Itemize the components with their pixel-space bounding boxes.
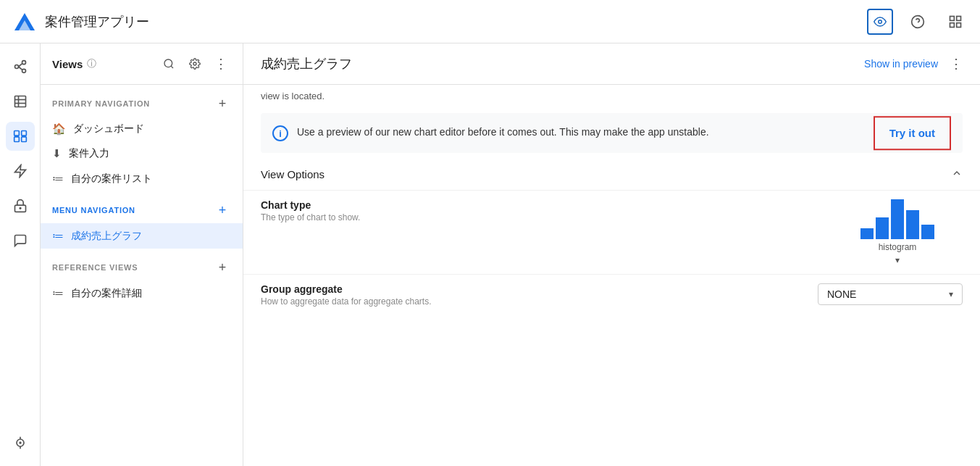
header-icons [867, 9, 968, 35]
svg-point-2 [879, 20, 882, 23]
sidebar-item-sales-chart-label: 成約売上グラフ [71, 230, 142, 243]
chart-type-label-col: Chart type The type of chart to show. [261, 199, 832, 222]
svg-point-11 [22, 69, 25, 72]
svg-rect-14 [14, 96, 25, 107]
info-banner-text: Use a preview of our new chart editor be… [297, 125, 951, 140]
svg-line-29 [171, 66, 173, 68]
sidebar: Views ⓘ ⋮ PRIMARY NAVI [41, 43, 243, 466]
svg-rect-7 [950, 22, 955, 27]
nav-views[interactable] [6, 122, 35, 151]
svg-rect-19 [21, 131, 26, 136]
view-options-collapse-button[interactable] [951, 167, 963, 181]
section-primary-navigation-add[interactable]: + [214, 95, 231, 112]
list-icon: ≔ [52, 172, 64, 186]
svg-rect-21 [21, 137, 26, 142]
info-banner: i Use a preview of our new chart editor … [261, 113, 963, 153]
chart-dropdown-arrow[interactable]: ▾ [895, 255, 900, 265]
svg-rect-5 [950, 16, 955, 20]
dashboard-icon: 🏠 [52, 122, 66, 136]
content-area: 成約売上グラフ Show in preview ⋮ view is locate… [243, 43, 980, 466]
help-button[interactable] [905, 9, 931, 35]
hist-bar-2 [876, 217, 889, 239]
app-title: 案件管理アプリー [45, 13, 149, 30]
svg-point-24 [20, 208, 21, 209]
view-options-title: View Options [261, 168, 951, 180]
svg-line-12 [18, 64, 22, 67]
select-dropdown-arrow: ▾ [949, 289, 953, 299]
chart-type-value: histogram [879, 242, 917, 252]
sidebar-item-sales-chart[interactable]: ≔ 成約売上グラフ [41, 223, 243, 249]
sidebar-item-dashboard-label: ダッシュボード [73, 122, 144, 136]
chart-icon: ≔ [52, 229, 64, 243]
logo-icon [12, 9, 38, 35]
nav-tips[interactable] [6, 428, 35, 457]
sidebar-more-button[interactable]: ⋮ [211, 54, 231, 74]
section-reference-views-add[interactable]: + [214, 259, 231, 276]
nav-comments[interactable] [6, 226, 35, 255]
nav-connections[interactable] [6, 52, 35, 81]
view-options-header: View Options [243, 153, 980, 190]
sidebar-item-input[interactable]: ⬇ 案件入力 [41, 141, 243, 166]
svg-rect-18 [14, 131, 19, 136]
logo-area: 案件管理アプリー [12, 9, 149, 35]
nav-tables[interactable] [6, 87, 35, 116]
nav-automations[interactable] [6, 157, 35, 186]
group-aggregate-desc: How to aggregate data for aggregate char… [261, 296, 818, 307]
histogram-chart [860, 199, 934, 239]
section-menu-navigation-add[interactable]: + [214, 201, 231, 219]
section-reference-views-header: REFERENCE VIEWS + [41, 249, 243, 280]
section-menu-navigation-label: MENU NAVIGATION [52, 206, 214, 215]
group-aggregate-control: NONE ▾ [818, 283, 963, 305]
group-aggregate-row: Group aggregate How to aggregate data fo… [243, 274, 980, 315]
section-primary-navigation-header: PRIMARY NAVIGATION + [41, 85, 243, 117]
content-more-button[interactable]: ⋮ [950, 56, 963, 72]
sidebar-item-case-detail-label: 自分の案件詳細 [71, 287, 142, 300]
sidebar-item-input-label: 案件入力 [69, 147, 109, 160]
content-body: view is located. i Use a preview of our … [243, 85, 980, 466]
sidebar-actions: ⋮ [159, 54, 231, 74]
sidebar-item-dashboard[interactable]: 🏠 ダッシュボード [41, 117, 243, 141]
svg-point-28 [164, 59, 172, 67]
hist-bar-4 [906, 210, 919, 239]
chart-type-row: Chart type The type of chart to show. hi… [243, 190, 980, 274]
sidebar-title: Views ⓘ [52, 57, 159, 70]
svg-rect-8 [957, 22, 961, 27]
section-menu-navigation-header: MENU NAVIGATION + [41, 191, 243, 223]
main-layout: Views ⓘ ⋮ PRIMARY NAVI [0, 43, 980, 466]
top-header: 案件管理アプリー [0, 0, 980, 43]
svg-point-9 [14, 65, 18, 69]
content-header: 成約売上グラフ Show in preview ⋮ [243, 43, 980, 85]
group-aggregate-select[interactable]: NONE ▾ [818, 283, 963, 305]
show-in-preview-button[interactable]: Show in preview [864, 58, 938, 70]
sidebar-item-my-list[interactable]: ≔ 自分の案件リスト [41, 166, 243, 191]
sidebar-header: Views ⓘ ⋮ [41, 43, 243, 85]
sidebar-info-icon: ⓘ [87, 57, 96, 70]
sidebar-search-button[interactable] [159, 54, 179, 74]
info-icon: i [272, 125, 288, 141]
svg-rect-6 [957, 16, 961, 20]
preview-toggle-button[interactable] [867, 9, 893, 35]
hist-bar-1 [860, 228, 874, 239]
svg-line-13 [18, 67, 22, 70]
svg-point-30 [193, 62, 196, 65]
sidebar-settings-button[interactable] [185, 54, 205, 74]
section-primary-navigation-label: PRIMARY NAVIGATION [52, 99, 214, 108]
svg-point-27 [19, 441, 21, 444]
nav-ai[interactable] [6, 191, 35, 220]
chart-type-desc: The type of chart to show. [261, 212, 832, 222]
svg-point-10 [22, 61, 25, 65]
group-aggregate-label: Group aggregate [261, 283, 818, 295]
svg-rect-20 [14, 137, 19, 142]
hist-bar-3 [891, 199, 904, 239]
chart-type-control[interactable]: histogram ▾ [832, 199, 963, 265]
section-reference-views-label: REFERENCE VIEWS [52, 263, 214, 272]
input-icon: ⬇ [52, 147, 62, 160]
group-aggregate-value: NONE [827, 288, 949, 300]
svg-marker-22 [14, 165, 25, 178]
app-menu-button[interactable] [942, 9, 968, 35]
sidebar-item-case-detail[interactable]: ≔ 自分の案件詳細 [41, 280, 243, 306]
detail-icon: ≔ [52, 286, 64, 300]
view-located-text: view is located. [243, 85, 980, 113]
try-it-out-button[interactable]: Try it out [874, 116, 951, 151]
content-title: 成約売上グラフ [261, 55, 864, 72]
